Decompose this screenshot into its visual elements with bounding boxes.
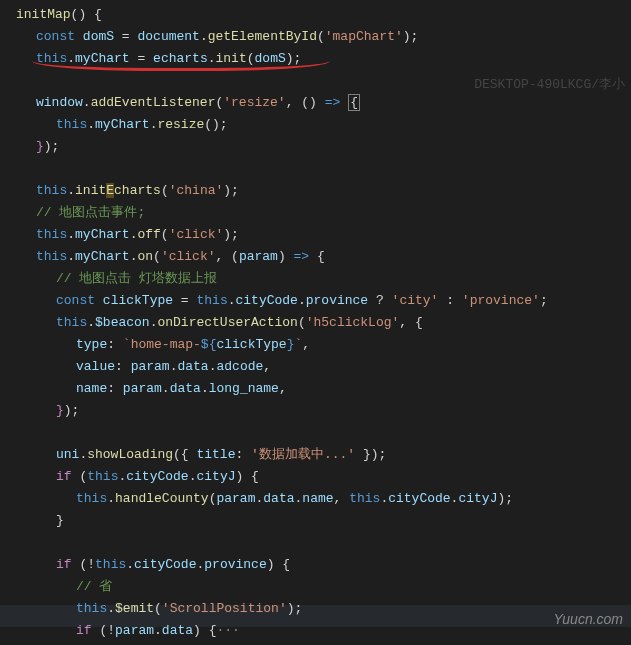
code-line: } (8, 510, 631, 532)
code-line: this.initEcharts('china'); (8, 180, 631, 202)
code-line: window.addEventListener('resize', () => … (8, 92, 631, 114)
code-line: if (!this.cityCode.province) { (8, 554, 631, 576)
code-line (8, 422, 631, 444)
code-line: this.myChart.on('click', (param) => { (8, 246, 631, 268)
code-line: type: `home-map-${clickType}`, (8, 334, 631, 356)
code-line: this.myChart.resize(); (8, 114, 631, 136)
code-line: const clickType = this.cityCode.province… (8, 290, 631, 312)
code-line (8, 532, 631, 554)
code-line: // 地图点击事件; (8, 202, 631, 224)
code-line: name: param.data.long_name, (8, 378, 631, 400)
watermark-desktop: DESKTOP-490LKCG/李小 (474, 75, 625, 93)
code-line: }); (8, 400, 631, 422)
code-line: this.myChart.off('click'); (8, 224, 631, 246)
code-line: uni.showLoading({ title: '数据加载中...' }); (8, 444, 631, 466)
code-line: // 省 (8, 576, 631, 598)
code-line: this.handleCounty(param.data.name, this.… (8, 488, 631, 510)
code-line: initMap() { (8, 4, 631, 26)
code-line: // 地图点击 灯塔数据上报 (8, 268, 631, 290)
code-line: if (this.cityCode.cityJ) { (8, 466, 631, 488)
code-editor[interactable]: initMap() { const domS = document.getEle… (0, 0, 631, 645)
code-line: this.$emit('ScrollPosition'); (8, 598, 631, 620)
code-line: value: param.data.adcode, (8, 356, 631, 378)
code-line: if (!param.data) {··· (8, 620, 631, 642)
code-line: this.$beacon.onDirectUserAction('h5click… (8, 312, 631, 334)
watermark-site: Yuucn.com (553, 611, 623, 627)
code-line: }); (8, 136, 631, 158)
code-line (8, 158, 631, 180)
code-line: const domS = document.getElementById('ma… (8, 26, 631, 48)
